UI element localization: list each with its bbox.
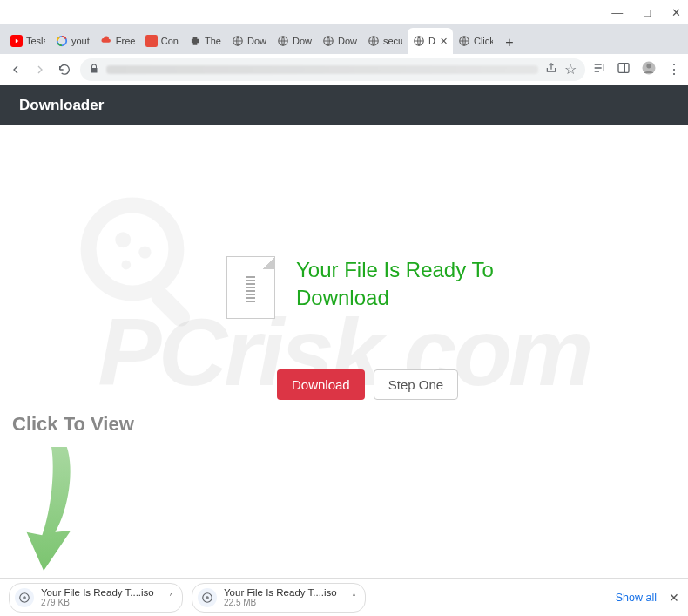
tab-label: secu <box>383 36 402 46</box>
tab-download-3[interactable]: Dow <box>317 28 362 54</box>
show-all-downloads-button[interactable]: Show all <box>616 592 657 604</box>
tab-label: Con <box>161 36 179 46</box>
ready-heading: Your File Is Ready To Download <box>296 256 523 313</box>
globe-icon <box>322 35 334 47</box>
back-button[interactable] <box>7 61 24 78</box>
download-filename: Your File Is Ready T....iso <box>224 587 337 599</box>
page-title: Downloader <box>19 97 104 114</box>
reload-button[interactable] <box>56 61 73 78</box>
tab-youtube[interactable]: yout <box>51 28 95 54</box>
bookmark-icon[interactable]: ☆ <box>564 61 577 78</box>
svg-point-16 <box>121 261 131 270</box>
side-panel-icon[interactable] <box>617 61 631 78</box>
globe-icon <box>232 35 244 47</box>
menu-icon[interactable]: ⋮ <box>667 61 681 78</box>
svg-rect-13 <box>147 284 193 330</box>
tab-label: D <box>428 36 435 46</box>
step-one-button[interactable]: Step One <box>374 369 458 400</box>
arrow-down-icon <box>12 439 91 577</box>
tab-close-icon[interactable]: ✕ <box>440 36 448 47</box>
window-maximize-button[interactable]: □ <box>644 6 651 19</box>
svg-point-20 <box>206 596 208 598</box>
svg-point-17 <box>20 592 30 602</box>
tab-con[interactable]: Con <box>140 28 184 54</box>
tab-label: Tesla <box>26 36 45 46</box>
share-icon[interactable] <box>545 62 557 78</box>
tab-label: Click <box>474 36 493 46</box>
globe-icon <box>413 35 425 47</box>
chevron-up-icon[interactable]: ˄ <box>352 592 356 602</box>
tab-tesla[interactable]: Tesla <box>5 28 51 54</box>
download-filename: Your File Is Ready T....iso <box>41 587 154 599</box>
window-controls: — □ ✕ <box>0 0 688 24</box>
tab-secure[interactable]: secu <box>362 28 408 54</box>
page-header: Downloader <box>0 85 688 125</box>
download-button[interactable]: Download <box>277 369 365 400</box>
disc-icon <box>198 588 217 607</box>
tab-free[interactable]: Free <box>95 28 140 54</box>
download-item[interactable]: Your File Is Ready T....iso 22.5 MB ˄ <box>192 583 366 613</box>
app-icon <box>145 35 158 47</box>
zip-file-icon <box>226 256 275 319</box>
tab-label: Dow <box>247 36 266 46</box>
globe-icon <box>277 35 289 47</box>
chevron-up-icon[interactable]: ˄ <box>169 592 173 602</box>
url-input[interactable]: ☆ <box>80 58 585 81</box>
tab-label: The <box>205 36 221 46</box>
window-close-button[interactable]: ✕ <box>671 6 681 19</box>
forward-button[interactable] <box>31 61 49 78</box>
tab-download-1[interactable]: Dow <box>226 28 272 54</box>
cloud-icon <box>100 35 112 47</box>
window-minimize-button[interactable]: — <box>611 6 623 19</box>
tab-the[interactable]: The <box>184 28 226 54</box>
tab-label: Dow <box>338 36 357 46</box>
globe-icon <box>368 35 380 47</box>
disc-icon <box>15 588 34 607</box>
toolbar-icons: ⋮ <box>592 60 681 79</box>
download-filesize: 279 KB <box>41 598 154 607</box>
close-shelf-button[interactable]: ✕ <box>669 591 679 605</box>
new-tab-button[interactable]: + <box>498 31 521 54</box>
click-to-view-label: Click To View <box>12 413 134 436</box>
download-item[interactable]: Your File Is Ready T....iso 279 KB ˄ <box>9 583 183 613</box>
svg-point-15 <box>138 246 151 258</box>
printer-icon <box>189 35 201 47</box>
globe-icon <box>458 35 470 47</box>
tab-download-2[interactable]: Dow <box>272 28 317 54</box>
click-to-view: Click To View <box>12 413 134 577</box>
google-icon <box>56 35 68 47</box>
tab-label: Dow <box>293 36 312 46</box>
file-ready-block: Your File Is Ready To Download <box>226 256 523 319</box>
profile-icon[interactable] <box>641 60 657 79</box>
svg-rect-9 <box>618 63 629 72</box>
download-filesize: 22.5 MB <box>224 598 337 607</box>
svg-point-12 <box>89 206 177 294</box>
url-text <box>106 65 538 74</box>
tab-strip: Tesla yout Free Con The Dow Dow Dow secu… <box>0 24 688 54</box>
tab-label: yout <box>71 36 90 46</box>
lock-icon <box>89 62 99 78</box>
svg-point-14 <box>115 232 131 247</box>
tab-active-downloader[interactable]: D ✕ <box>408 28 453 54</box>
page-content: PCrisk.com Your File Is Ready To Downloa… <box>0 125 688 577</box>
reading-list-icon[interactable] <box>592 61 606 78</box>
svg-point-11 <box>646 64 651 68</box>
svg-rect-2 <box>145 35 158 47</box>
tab-label: Free <box>116 36 135 46</box>
download-shelf: Your File Is Ready T....iso 279 KB ˄ You… <box>0 578 688 616</box>
youtube-icon <box>10 35 23 47</box>
address-bar: ☆ ⋮ <box>0 54 688 85</box>
action-buttons: Download Step One <box>277 369 458 400</box>
svg-point-18 <box>24 596 25 598</box>
svg-point-19 <box>203 592 212 602</box>
tab-click[interactable]: Click <box>453 28 498 54</box>
